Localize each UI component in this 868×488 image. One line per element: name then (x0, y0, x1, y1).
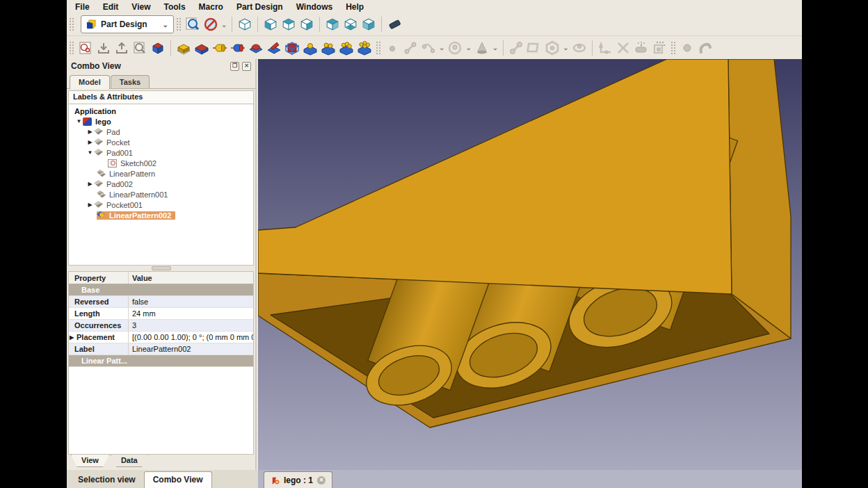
expander-icon[interactable]: ▼ (86, 149, 94, 156)
expander-icon[interactable]: ▶ (86, 129, 94, 135)
polar-pattern-button[interactable] (543, 39, 561, 57)
3d-viewport[interactable] (258, 59, 802, 470)
shape-binder-button[interactable] (632, 39, 650, 57)
tree-item-linearpattern002[interactable]: LinearPattern002 (69, 210, 253, 220)
menu-part-design[interactable]: Part Design (236, 2, 283, 12)
groove-button[interactable] (229, 39, 247, 57)
toolbar-handle[interactable] (69, 17, 74, 31)
fit-all-button[interactable] (184, 15, 202, 33)
toolbar-handle[interactable] (69, 41, 74, 55)
multi-transform-button[interactable] (570, 39, 588, 57)
right-view-button[interactable] (298, 15, 316, 33)
toolbar-handle[interactable] (176, 17, 182, 31)
expander-icon[interactable]: ▼ (75, 118, 83, 124)
property-column-header[interactable]: Property (69, 272, 129, 284)
measure-linear-button[interactable] (596, 39, 614, 57)
rear-view-button[interactable] (323, 15, 341, 33)
view-sketch-button[interactable] (131, 39, 149, 57)
workbench-selector[interactable]: Part Design ⌄ (81, 15, 174, 33)
property-row-occurrences[interactable]: Occurrences 3 (69, 320, 253, 332)
menu-edit[interactable]: Edit (103, 2, 119, 12)
additive-pipe-button[interactable] (247, 39, 265, 57)
mirrored-button[interactable] (507, 39, 525, 57)
top-view-button[interactable] (280, 15, 298, 33)
toolbar-handle[interactable] (670, 41, 676, 55)
menu-tools[interactable]: Tools (163, 2, 185, 12)
dressup-draft-button[interactable] (337, 39, 355, 57)
document-tab-lego[interactable]: lego : 1 ✕ (264, 471, 332, 488)
tab-selection-view[interactable]: Selection view (70, 472, 144, 488)
property-group-base[interactable]: Base (69, 284, 253, 296)
datum-point-button[interactable] (383, 39, 401, 57)
chevron-down-icon[interactable]: ⌄ (437, 44, 446, 51)
clone-button[interactable] (650, 39, 668, 57)
bottom-view-button[interactable] (341, 15, 360, 33)
pad-button[interactable] (175, 39, 193, 57)
tab-view[interactable]: View (71, 455, 109, 467)
tree-header[interactable]: Labels & Attributes (68, 90, 254, 104)
front-view-button[interactable] (262, 15, 280, 33)
dressup-chamfer-button[interactable] (319, 39, 337, 57)
create-sketch-button[interactable] (77, 39, 95, 57)
measure-distance-button[interactable] (385, 15, 403, 33)
toolbar-handle[interactable] (376, 41, 381, 55)
expander-icon[interactable]: ▶ (86, 139, 94, 145)
chevron-down-icon[interactable]: ⌄ (491, 44, 499, 51)
tree-item-pocket001[interactable]: ▶ Pocket001 (69, 200, 253, 210)
tree-item-application[interactable]: Application (69, 106, 253, 116)
additive-loft-button[interactable] (265, 39, 283, 57)
draw-style-button[interactable] (202, 15, 220, 33)
property-group-linear-pattern[interactable]: Linear Patt... (69, 355, 253, 367)
tree-item-linearpattern[interactable]: LinearPattern (69, 168, 253, 179)
tab-combo-view[interactable]: Combo View (144, 471, 212, 488)
expander-icon[interactable]: ▶ (86, 181, 94, 187)
property-row-reversed[interactable]: Reversed false (69, 296, 253, 308)
tab-tasks[interactable]: Tasks (111, 75, 150, 88)
draft-cone-button[interactable] (473, 39, 491, 57)
revolution-button[interactable] (211, 39, 229, 57)
datum-line-button[interactable] (401, 39, 419, 57)
close-tab-icon[interactable]: ✕ (317, 476, 326, 485)
float-panel-button[interactable]: ❐ (230, 62, 239, 71)
involute-gear-button[interactable] (696, 39, 714, 57)
menu-help[interactable]: Help (346, 2, 364, 12)
sphere-primitive-button[interactable] (678, 39, 696, 57)
expander-icon[interactable]: ▶ (70, 334, 77, 341)
property-row-placement[interactable]: ▶Placement [(0.00 0.00 1.00); 0 °; (0 mm… (69, 332, 253, 343)
chevron-down-icon[interactable]: ⌄ (561, 44, 570, 51)
left-view-button[interactable] (360, 15, 378, 33)
property-row-length[interactable]: Length 24 mm (69, 308, 253, 320)
edit-sketch-button[interactable] (95, 39, 113, 57)
tree-item-sketch002[interactable]: Sketch002 (69, 158, 253, 168)
close-panel-button[interactable]: ✕ (242, 62, 251, 71)
boolean-operation-button[interactable] (283, 39, 301, 57)
expander-icon[interactable]: ▶ (86, 202, 94, 208)
linear-pattern-button[interactable] (525, 39, 543, 57)
menu-view[interactable]: View (131, 2, 150, 12)
tree-item-pad[interactable]: ▶ Pad (69, 127, 253, 137)
menu-windows[interactable]: Windows (296, 2, 333, 12)
measure-angular-button[interactable] (614, 39, 632, 57)
datum-curve-button[interactable] (419, 39, 437, 57)
chevron-down-icon[interactable]: ⌄ (220, 21, 228, 29)
property-row-label[interactable]: Label LinearPattern002 (69, 343, 253, 355)
dressup-fillet-button[interactable] (301, 39, 319, 57)
menu-file[interactable]: File (75, 2, 90, 12)
pocket-button[interactable] (193, 39, 211, 57)
menu-macro[interactable]: Macro (199, 2, 223, 12)
datum-plane-button[interactable] (446, 39, 464, 57)
tab-data[interactable]: Data (111, 455, 148, 467)
map-sketch-button[interactable] (149, 39, 167, 57)
panel-splitter[interactable] (67, 266, 255, 271)
value-column-header[interactable]: Value (129, 274, 253, 282)
axonometric-view-button[interactable] (236, 15, 254, 33)
tree-item-pocket[interactable]: ▶ Pocket (69, 137, 253, 147)
tab-model[interactable]: Model (70, 75, 110, 89)
tree-item-pad002[interactable]: ▶ Pad002 (69, 179, 253, 189)
tree-item-pad001[interactable]: ▼ Pad001 (69, 147, 253, 158)
leave-sketch-button[interactable] (113, 39, 131, 57)
dressup-thickness-button[interactable] (355, 39, 373, 57)
tree-item-linearpattern001[interactable]: LinearPattern001 (69, 189, 253, 200)
chevron-down-icon[interactable]: ⌄ (464, 44, 472, 51)
tree-item-lego[interactable]: ▼ lego (69, 116, 253, 127)
